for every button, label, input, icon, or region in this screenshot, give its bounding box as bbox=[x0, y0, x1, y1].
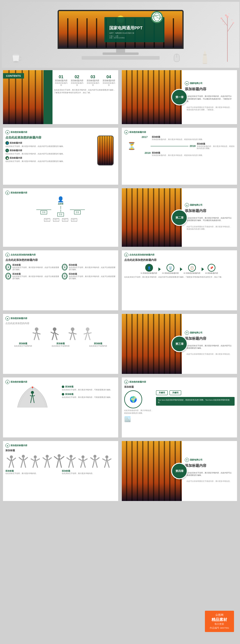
green-block-text: Text here 此处添加详细内容描述，根据实际情况进行调整。Text her… bbox=[158, 399, 233, 404]
slide13-layout: 🌍 此处添加描述内容，展示详细信息，根据实际需要进行调整。 🏙️ 关键词 关键词 bbox=[124, 390, 235, 422]
monitor-screen-content: 国家电网 STATE GRID 国家电网通用PPT 适用于：电网招聘/工作总结/… bbox=[59, 11, 182, 48]
chapter1-content: ▣ 国家电网公司 添加标题内容 在此处添加文字说明，展示更多详细内容，此处内容可… bbox=[182, 70, 237, 124]
slide4-item2-heading: 🔧 添加标题内容 bbox=[5, 149, 92, 152]
slide14-logo-text: 添加您的标题内容 bbox=[10, 444, 27, 447]
keywords-row: 关键词 关键词 bbox=[156, 390, 235, 395]
green-text-block: Text here 此处添加详细内容描述，根据实际情况进行调整。Text her… bbox=[156, 397, 235, 406]
slide10-runners: ▣ 添加您的标题内容 点击此处添加您的内容 bbox=[3, 314, 118, 374]
contents-badge: CONTENTS bbox=[3, 73, 24, 79]
runner-col-3-title: 添加标题 bbox=[80, 342, 116, 345]
slide8-left: 添加标题 在此添加文字说明，展示更多详细内容，此处可以根据需要进行编辑。 添加标… bbox=[5, 264, 59, 280]
slide8-targets: ▣ 点击此处添加您的标题内容 点击此处添加您的标题内容 添加标题 在此添加文字说… bbox=[3, 250, 118, 310]
slide14-audience: ▣ 添加您的标题内容 添加标题 bbox=[3, 441, 118, 501]
slide4-item3: 📋 添加标题内容 在此添加文字说明，展示更多详细内容，此处内容可以根据需要进行编… bbox=[5, 156, 92, 162]
org-mid-label-2: 主任 bbox=[57, 213, 64, 216]
chapter1-layout: 第一章 ▣ 国家电网公司 添加标题内容 在此处添加文字说明，展示更多详细内容，此… bbox=[122, 70, 237, 124]
svg-point-21 bbox=[35, 327, 38, 331]
svg-point-20 bbox=[203, 54, 207, 55]
slide8-right: 添加标题 在此添加文字说明，展示更多详细内容，此处可以根据需要进行编辑。 添加标… bbox=[62, 264, 116, 280]
chapter1-side-text: 此处可以添加简要的文字描述内容，展示更多详细信息，根据实际内容进行调整，了解更多… bbox=[185, 104, 234, 113]
runners-area bbox=[5, 327, 116, 340]
step-3-label: 03 添加您的标题内容 bbox=[184, 272, 200, 274]
slide5-layout: ⏳ 2017 添加标题 添加您的标题内容，展示更多详细信息，根据实际内容进行调整… bbox=[124, 136, 235, 157]
svg-point-22 bbox=[53, 327, 56, 331]
org-mid-3: 主任 bbox=[70, 210, 85, 214]
svg-point-32 bbox=[82, 455, 85, 458]
chapter2-title: 添加标题内容 bbox=[185, 208, 234, 213]
step-arrow-1 bbox=[158, 267, 161, 271]
row-4: ▣ 添加您的标题内容 👤 总经理 主任 主任 bbox=[2, 187, 238, 248]
slide6-inner: ▣ 添加您的标题内容 👤 总经理 主任 主任 bbox=[3, 188, 118, 225]
runner-col-2: 添加标题 在此添加文字说明内容 bbox=[43, 342, 79, 347]
cover-subtitle: 适用于：电网招聘/工作总结/项目汇报 bbox=[109, 32, 160, 34]
timeline-2018-label: 添加标题 bbox=[197, 142, 235, 145]
slide14-col-1: 添加标题 在此添加文字说明，展示更多详细内容。 bbox=[5, 470, 59, 475]
cherry-blossom-decoration bbox=[218, 2, 236, 68]
item4-title: 添加标题内容 bbox=[102, 79, 116, 82]
svg-text:STATE GRID: STATE GRID bbox=[155, 18, 159, 18]
monitor: 国家电网 STATE GRID 国家电网通用PPT 适用于：电网招聘/工作总结/… bbox=[58, 10, 184, 60]
slide9-logo-text: 点击此处添加您的标题内容 bbox=[129, 253, 154, 256]
svg-text:国家电网: 国家电网 bbox=[155, 15, 159, 16]
runner-col-1: 添加标题 在此添加文字说明内容 bbox=[5, 342, 41, 347]
svg-point-13 bbox=[13, 61, 19, 63]
slide14-col-1-title: 添加标题 bbox=[5, 470, 59, 473]
item3-text: 添加您的标题内容 bbox=[86, 82, 100, 86]
ppt-content-overlay: 国家电网 STATE GRID 国家电网通用PPT 适用于：电网招聘/工作总结/… bbox=[104, 17, 164, 42]
monitor-base bbox=[103, 52, 139, 55]
road-item-2-text: 在此添加文字说明，展示更多详细内容，可根据需要进行编辑。 bbox=[62, 396, 116, 398]
slide12-logo-icon: ▣ bbox=[5, 380, 10, 384]
org-v-mid bbox=[61, 210, 61, 212]
target-item-4: 添加标题 在此添加文字说明，展示更多详细内容，此处可以根据需要进行编辑。 bbox=[62, 273, 116, 280]
watermark-line2: 精品素材 bbox=[210, 617, 229, 622]
chapter1-circle: 第一章 bbox=[171, 89, 188, 106]
road-item-1: 添加标题 在此添加文字说明，展示更多详细内容，可根据需要进行编辑。 bbox=[62, 385, 116, 391]
slide12-left: 📍 bbox=[5, 385, 59, 410]
slide5-logo: ▣ 添加您的标题内容 bbox=[124, 130, 235, 134]
svg-point-26 bbox=[10, 455, 13, 458]
slide6-logo: ▣ 添加您的标题内容 bbox=[5, 191, 116, 195]
slide4-logo-text: 添加您的标题内容 bbox=[10, 131, 27, 134]
chapter3-layout: 第三章 ▣ 国家电网公司 添加标题内容 在此处添加文字说明，展示更多详细内容，此… bbox=[122, 314, 237, 374]
road-dot-2 bbox=[62, 393, 64, 395]
slide9-desc: 在此处添加文字说明，展示更多详细内容，此处内容可以根据需要进行编辑，了解更多详情… bbox=[124, 276, 235, 279]
chapter4-layout: 第四章 ▣ 国家电网公司 添加标题内容 在此处添加文字说明，展示更多详细内容，此… bbox=[122, 441, 237, 501]
world-globe-icon: 🌍 bbox=[124, 390, 142, 408]
step-4-icon: 📌 bbox=[208, 264, 215, 272]
svg-point-10 bbox=[224, 24, 225, 25]
slide4-item2: 🔧 添加标题内容 在此添加文字说明，展示更多详细内容，此处内容可以根据需要进行编… bbox=[5, 149, 92, 155]
chapter4-logo-icon: ▣ bbox=[185, 458, 189, 462]
org-top-label: 总经理 bbox=[58, 203, 63, 205]
org-mid-label-3: 主任 bbox=[74, 210, 81, 214]
cover-title: 国家电网通用PPT bbox=[109, 25, 160, 31]
slide9-steps: ▣ 点击此处添加您的标题内容 点击此处添加您的标题内容 👤 01 添加您的标题内… bbox=[122, 250, 237, 310]
chapter1-logo: ▣ 国家电网公司 bbox=[185, 81, 234, 85]
slide4-item1-heading: 👤 添加标题内容 bbox=[5, 141, 92, 145]
svg-point-29 bbox=[46, 455, 49, 458]
target-item-3: 添加标题 在此添加文字说明，展示更多详细内容，此处可以根据需要进行编辑。 bbox=[5, 273, 59, 280]
contents-num-cols: 01 添加标题内容 添加您的标题内容 02 添加标题内容 添加您的标题内容 03… bbox=[54, 74, 116, 86]
target-text-4: 添加标题 在此添加文字说明，展示更多详细内容，此处可以根据需要进行编辑。 bbox=[69, 273, 116, 280]
target-icon-2 bbox=[62, 264, 68, 270]
target-icon-4 bbox=[62, 273, 68, 279]
road-item-1-label: 添加标题 bbox=[65, 385, 74, 388]
chapter2-side: 此处可以添加简要的文字描述内容，展示更多详细信息，根据实际内容进行调整。 bbox=[185, 224, 234, 232]
item4-text: 添加您的标题内容 bbox=[102, 82, 116, 86]
chapter3-desc: 在此处添加文字说明，展示更多详细内容，此处内容可以根据需要进行编辑。 bbox=[185, 343, 234, 351]
slide12-road: ▣ 添加您的标题内容 bbox=[3, 377, 118, 437]
target-desc-4: 在此添加文字说明，展示更多详细内容，此处可以根据需要进行编辑。 bbox=[69, 276, 116, 280]
item4-number: 04 bbox=[102, 74, 116, 79]
org-mid-label-1: 主任 bbox=[40, 210, 47, 214]
slide4-logo-icon: ▣ bbox=[5, 130, 10, 134]
slide4-item1-icon: 👤 bbox=[5, 141, 9, 145]
slide13-globe-area: 🌍 此处添加描述内容，展示详细信息，根据实际需要进行调整。 🏙️ bbox=[124, 390, 154, 422]
road-item-2-label: 添加标题 bbox=[65, 393, 74, 396]
road-item-2: 添加标题 在此添加文字说明，展示更多详细内容，可根据需要进行编辑。 bbox=[62, 393, 116, 398]
slide14-col-1-text: 在此添加文字说明，展示更多详细内容。 bbox=[5, 473, 59, 475]
chapter2-logo-text: 国家电网公司 bbox=[190, 204, 202, 207]
road-dot-1 bbox=[62, 386, 64, 388]
runner-col-2-title: 添加标题 bbox=[43, 342, 79, 345]
org-person: 👤 总经理 主任 主任 主任 bbox=[5, 196, 116, 222]
watermark-line1: 众图网 bbox=[210, 613, 229, 617]
watermark-line3: 每日更新 bbox=[210, 622, 229, 626]
